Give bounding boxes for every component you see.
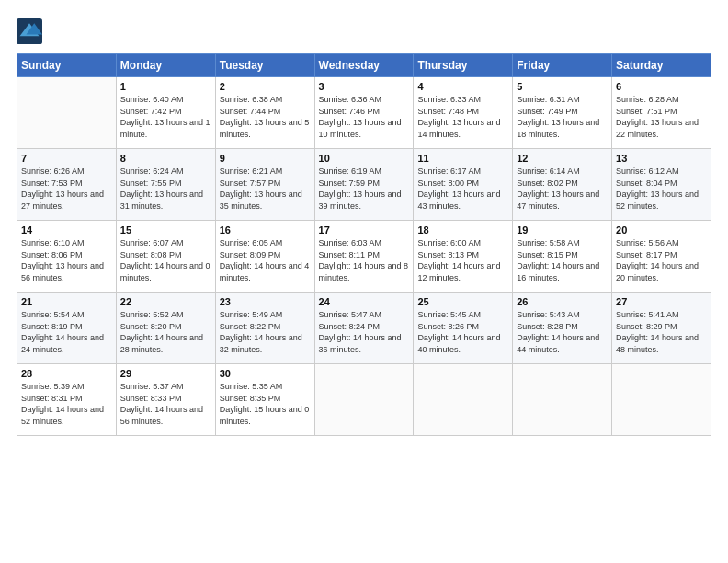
weekday-header-saturday: Saturday — [612, 54, 711, 77]
calendar-cell: 9Sunrise: 6:21 AMSunset: 7:57 PMDaylight… — [215, 149, 314, 221]
day-number: 8 — [120, 153, 211, 164]
calendar-cell: 30Sunrise: 5:35 AMSunset: 8:35 PMDayligh… — [215, 364, 314, 436]
day-info: Sunrise: 6:26 AMSunset: 7:53 PMDaylight:… — [21, 166, 112, 212]
day-info: Sunrise: 6:38 AMSunset: 7:44 PMDaylight:… — [220, 94, 311, 140]
week-row: 21Sunrise: 5:54 AMSunset: 8:19 PMDayligh… — [17, 293, 711, 364]
day-info: Sunrise: 6:05 AMSunset: 8:09 PMDaylight:… — [220, 237, 311, 283]
calendar-cell: 8Sunrise: 6:24 AMSunset: 7:55 PMDaylight… — [116, 149, 215, 221]
calendar-cell: 13Sunrise: 6:12 AMSunset: 8:04 PMDayligh… — [612, 149, 711, 221]
day-number: 11 — [417, 153, 508, 164]
day-info: Sunrise: 5:43 AMSunset: 8:28 PMDaylight:… — [517, 309, 608, 355]
day-info: Sunrise: 5:37 AMSunset: 8:33 PMDaylight:… — [120, 381, 211, 427]
calendar-cell — [612, 364, 711, 436]
calendar-cell: 24Sunrise: 5:47 AMSunset: 8:24 PMDayligh… — [314, 293, 414, 364]
weekday-header-tuesday: Tuesday — [215, 54, 314, 77]
day-info: Sunrise: 6:07 AMSunset: 8:08 PMDaylight:… — [120, 237, 211, 283]
calendar-cell: 4Sunrise: 6:33 AMSunset: 7:48 PMDaylight… — [414, 77, 513, 149]
weekday-header-friday: Friday — [513, 54, 612, 77]
day-number: 3 — [319, 81, 410, 92]
calendar-cell: 19Sunrise: 5:58 AMSunset: 8:15 PMDayligh… — [513, 221, 612, 293]
day-info: Sunrise: 5:45 AMSunset: 8:26 PMDaylight:… — [417, 309, 508, 355]
calendar-cell: 21Sunrise: 5:54 AMSunset: 8:19 PMDayligh… — [17, 293, 117, 364]
day-info: Sunrise: 6:19 AMSunset: 7:59 PMDaylight:… — [319, 166, 410, 212]
logo — [17, 17, 46, 44]
day-number: 17 — [319, 224, 410, 236]
day-number: 10 — [319, 153, 410, 164]
calendar-cell: 11Sunrise: 6:17 AMSunset: 8:00 PMDayligh… — [414, 149, 513, 221]
calendar-cell: 7Sunrise: 6:26 AMSunset: 7:53 PMDaylight… — [17, 149, 117, 221]
calendar-cell: 18Sunrise: 6:00 AMSunset: 8:13 PMDayligh… — [414, 221, 513, 293]
day-info: Sunrise: 6:36 AMSunset: 7:46 PMDaylight:… — [319, 94, 410, 140]
day-info: Sunrise: 5:54 AMSunset: 8:19 PMDaylight:… — [21, 309, 112, 355]
weekday-header-monday: Monday — [116, 54, 215, 77]
day-number: 22 — [120, 296, 211, 307]
calendar-cell: 26Sunrise: 5:43 AMSunset: 8:28 PMDayligh… — [513, 293, 612, 364]
day-number: 6 — [616, 81, 707, 92]
calendar-table: SundayMondayTuesdayWednesdayThursdayFrid… — [17, 53, 711, 436]
calendar-cell: 17Sunrise: 6:03 AMSunset: 8:11 PMDayligh… — [314, 221, 414, 293]
calendar-cell: 15Sunrise: 6:07 AMSunset: 8:08 PMDayligh… — [116, 221, 215, 293]
calendar-body: 1Sunrise: 6:40 AMSunset: 7:42 PMDaylight… — [17, 77, 711, 436]
page: SundayMondayTuesdayWednesdayThursdayFrid… — [0, 0, 728, 563]
day-number: 7 — [21, 153, 112, 164]
calendar-cell: 25Sunrise: 5:45 AMSunset: 8:26 PMDayligh… — [414, 293, 513, 364]
calendar-cell: 6Sunrise: 6:28 AMSunset: 7:51 PMDaylight… — [612, 77, 711, 149]
calendar-cell: 22Sunrise: 5:52 AMSunset: 8:20 PMDayligh… — [116, 293, 215, 364]
calendar-cell: 12Sunrise: 6:14 AMSunset: 8:02 PMDayligh… — [513, 149, 612, 221]
day-info: Sunrise: 6:10 AMSunset: 8:06 PMDaylight:… — [21, 237, 112, 283]
week-row: 1Sunrise: 6:40 AMSunset: 7:42 PMDaylight… — [17, 77, 711, 149]
day-number: 28 — [21, 368, 112, 379]
day-info: Sunrise: 5:39 AMSunset: 8:31 PMDaylight:… — [21, 381, 112, 427]
calendar-header: SundayMondayTuesdayWednesdayThursdayFrid… — [17, 54, 711, 77]
day-number: 26 — [517, 296, 608, 307]
day-info: Sunrise: 6:17 AMSunset: 8:00 PMDaylight:… — [417, 166, 508, 212]
calendar-cell: 14Sunrise: 6:10 AMSunset: 8:06 PMDayligh… — [17, 221, 117, 293]
day-number: 19 — [517, 224, 608, 236]
calendar-cell: 20Sunrise: 5:56 AMSunset: 8:17 PMDayligh… — [612, 221, 711, 293]
day-number: 30 — [220, 368, 311, 379]
day-number: 16 — [220, 224, 311, 236]
day-number: 29 — [120, 368, 211, 379]
calendar-cell: 28Sunrise: 5:39 AMSunset: 8:31 PMDayligh… — [17, 364, 117, 436]
day-number: 25 — [417, 296, 508, 307]
day-number: 21 — [21, 296, 112, 307]
day-info: Sunrise: 5:35 AMSunset: 8:35 PMDaylight:… — [220, 381, 311, 427]
day-info: Sunrise: 5:52 AMSunset: 8:20 PMDaylight:… — [120, 309, 211, 355]
day-info: Sunrise: 6:12 AMSunset: 8:04 PMDaylight:… — [616, 166, 707, 212]
day-info: Sunrise: 6:21 AMSunset: 7:57 PMDaylight:… — [220, 166, 311, 212]
day-number: 14 — [21, 224, 112, 236]
weekday-header-wednesday: Wednesday — [314, 54, 414, 77]
calendar-cell: 23Sunrise: 5:49 AMSunset: 8:22 PMDayligh… — [215, 293, 314, 364]
calendar-cell — [314, 364, 414, 436]
calendar-cell: 5Sunrise: 6:31 AMSunset: 7:49 PMDaylight… — [513, 77, 612, 149]
day-info: Sunrise: 5:41 AMSunset: 8:29 PMDaylight:… — [616, 309, 707, 355]
day-info: Sunrise: 6:31 AMSunset: 7:49 PMDaylight:… — [517, 94, 608, 140]
calendar-cell: 3Sunrise: 6:36 AMSunset: 7:46 PMDaylight… — [314, 77, 414, 149]
day-info: Sunrise: 6:28 AMSunset: 7:51 PMDaylight:… — [616, 94, 707, 140]
calendar-cell — [414, 364, 513, 436]
calendar-cell: 29Sunrise: 5:37 AMSunset: 8:33 PMDayligh… — [116, 364, 215, 436]
day-number: 27 — [616, 296, 707, 307]
day-info: Sunrise: 6:00 AMSunset: 8:13 PMDaylight:… — [417, 237, 508, 283]
day-info: Sunrise: 6:24 AMSunset: 7:55 PMDaylight:… — [120, 166, 211, 212]
day-info: Sunrise: 5:56 AMSunset: 8:17 PMDaylight:… — [616, 237, 707, 283]
day-info: Sunrise: 6:14 AMSunset: 8:02 PMDaylight:… — [517, 166, 608, 212]
day-info: Sunrise: 5:47 AMSunset: 8:24 PMDaylight:… — [319, 309, 410, 355]
header-row: SundayMondayTuesdayWednesdayThursdayFrid… — [17, 54, 711, 77]
day-number: 13 — [616, 153, 707, 164]
week-row: 28Sunrise: 5:39 AMSunset: 8:31 PMDayligh… — [17, 364, 711, 436]
weekday-header-sunday: Sunday — [17, 54, 117, 77]
day-info: Sunrise: 5:58 AMSunset: 8:15 PMDaylight:… — [517, 237, 608, 283]
day-number: 12 — [517, 153, 608, 164]
day-info: Sunrise: 5:49 AMSunset: 8:22 PMDaylight:… — [220, 309, 311, 355]
calendar-cell: 2Sunrise: 6:38 AMSunset: 7:44 PMDaylight… — [215, 77, 314, 149]
day-number: 5 — [517, 81, 608, 92]
day-info: Sunrise: 6:03 AMSunset: 8:11 PMDaylight:… — [319, 237, 410, 283]
day-number: 20 — [616, 224, 707, 236]
calendar-cell: 27Sunrise: 5:41 AMSunset: 8:29 PMDayligh… — [612, 293, 711, 364]
day-number: 24 — [319, 296, 410, 307]
calendar-cell: 1Sunrise: 6:40 AMSunset: 7:42 PMDaylight… — [116, 77, 215, 149]
week-row: 7Sunrise: 6:26 AMSunset: 7:53 PMDaylight… — [17, 149, 711, 221]
header — [17, 17, 711, 44]
day-info: Sunrise: 6:40 AMSunset: 7:42 PMDaylight:… — [120, 94, 211, 140]
